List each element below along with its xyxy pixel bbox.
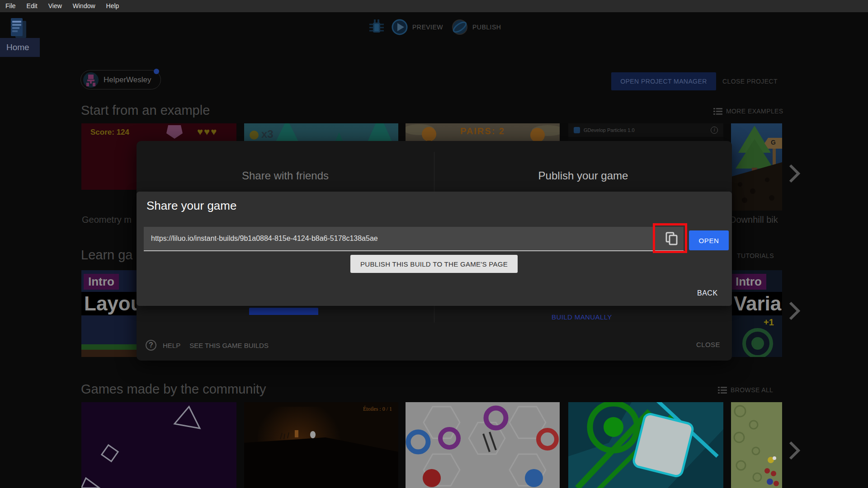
tab-home[interactable]: Home bbox=[0, 38, 40, 57]
publish-button[interactable]: PUBLISH bbox=[452, 19, 501, 35]
menu-view[interactable]: View bbox=[43, 0, 67, 12]
publish-build-label: PUBLISH THIS BUILD TO THE GAME'S PAGE bbox=[360, 260, 508, 268]
teal-map-scene bbox=[568, 402, 723, 488]
community-card-night[interactable]: Étoiles : 0 / 1 bbox=[244, 402, 398, 488]
app-window: File Edit View Window Help Home PRE bbox=[0, 0, 868, 488]
rings-scene bbox=[406, 402, 560, 488]
gdevelop-logo-icon bbox=[574, 127, 580, 133]
avatar bbox=[83, 72, 99, 88]
hearts-icons: ♥♥♥ bbox=[197, 126, 217, 138]
multiplier-text: x3 bbox=[261, 128, 274, 141]
example-card-downhill[interactable]: G bbox=[731, 123, 782, 211]
learn-card-layout[interactable]: Intro Layou bbox=[81, 270, 137, 357]
see-builds-button[interactable]: SEE THIS GAME BUILDS bbox=[189, 342, 269, 349]
community-card-teal-map[interactable] bbox=[568, 402, 723, 488]
tab-indicator bbox=[249, 308, 318, 315]
back-button[interactable]: BACK bbox=[697, 289, 718, 297]
menu-edit[interactable]: Edit bbox=[21, 0, 43, 12]
example-label-left: Geometry m bbox=[82, 215, 132, 225]
open-project-manager-label: OPEN PROJECT MANAGER bbox=[620, 78, 707, 85]
tutorials-button[interactable]: TUTORIALS bbox=[737, 252, 774, 259]
community-chevron-right-icon[interactable] bbox=[788, 441, 801, 460]
learn-chevron-right-icon[interactable] bbox=[788, 301, 801, 321]
build-manually-button[interactable]: BUILD MANUALLY bbox=[552, 313, 612, 321]
more-examples-button[interactable]: MORE EXAMPLES bbox=[713, 108, 783, 115]
close-dialog-button[interactable]: CLOSE bbox=[696, 341, 720, 348]
monster-shape bbox=[165, 123, 184, 139]
menu-bar: File Edit View Window Help bbox=[0, 0, 868, 12]
variables-word: Variab bbox=[731, 292, 782, 315]
build-url-input[interactable] bbox=[144, 235, 659, 243]
green-circles-scene bbox=[737, 325, 778, 357]
tab-share-with-friends[interactable]: Share with friends bbox=[137, 169, 434, 182]
night-scene bbox=[244, 402, 398, 488]
close-project-label: CLOSE PROJECT bbox=[722, 78, 778, 85]
learn-section-title: Learn ga bbox=[81, 248, 133, 263]
layout-word: Layou bbox=[81, 292, 137, 315]
preview-label: PREVIEW bbox=[412, 23, 443, 31]
browse-all-button[interactable]: BROWSE ALL bbox=[718, 386, 773, 394]
help-icon-glyph: ? bbox=[149, 341, 153, 349]
neon-shapes bbox=[81, 402, 236, 488]
username: HelperWesley bbox=[104, 75, 151, 84]
help-button[interactable]: HELP bbox=[163, 342, 180, 349]
publish-globe-icon bbox=[452, 19, 468, 35]
notification-dot bbox=[154, 69, 159, 74]
examples-chevron-right-icon[interactable] bbox=[788, 164, 801, 183]
examples-section-title: Start from an example bbox=[81, 103, 210, 118]
help-icon[interactable]: ? bbox=[146, 340, 156, 351]
list-icon bbox=[713, 108, 722, 115]
user-chip[interactable]: HelperWesley bbox=[80, 70, 161, 89]
tutorials-label: TUTORIALS bbox=[737, 252, 774, 259]
tab-publish-your-game[interactable]: Publish your game bbox=[434, 169, 732, 182]
open-build-button[interactable]: OPEN bbox=[689, 230, 729, 250]
intro-badge-right: Intro bbox=[731, 274, 766, 290]
sign-letter: G bbox=[771, 139, 776, 146]
menu-file[interactable]: File bbox=[0, 0, 21, 12]
publish-label: PUBLISH bbox=[472, 23, 501, 31]
annotation-red-rectangle bbox=[653, 223, 687, 253]
example-label-right: Downhill bik bbox=[730, 215, 778, 225]
preview-button[interactable]: PREVIEW bbox=[392, 19, 443, 35]
browse-all-label: BROWSE ALL bbox=[731, 386, 773, 394]
info-icon[interactable]: i bbox=[711, 127, 718, 134]
play-circle-icon bbox=[392, 19, 408, 35]
menu-help[interactable]: Help bbox=[101, 0, 125, 12]
more-examples-label: MORE EXAMPLES bbox=[726, 108, 783, 115]
publish-build-button[interactable]: PUBLISH THIS BUILD TO THE GAME'S PAGE bbox=[350, 255, 518, 273]
olive-scene bbox=[731, 402, 782, 488]
tab-home-label: Home bbox=[6, 42, 29, 52]
pairs-text: PAIRS: 2 bbox=[406, 126, 560, 136]
share-panel-title: Share your game bbox=[146, 199, 236, 213]
project-file-icon bbox=[8, 17, 27, 41]
downhill-scene bbox=[731, 123, 782, 211]
game-score-text: Score: 124 bbox=[90, 128, 129, 137]
community-card-neon[interactable] bbox=[81, 402, 236, 488]
intro-badge: Intro bbox=[84, 274, 119, 290]
particles-title: GDevelop Particles 1.0 bbox=[584, 127, 635, 133]
community-card-rings[interactable] bbox=[406, 402, 560, 488]
open-project-manager-button[interactable]: OPEN PROJECT MANAGER bbox=[611, 72, 716, 90]
community-card-olive[interactable] bbox=[731, 402, 782, 488]
build-url-field bbox=[144, 227, 684, 251]
open-build-label: OPEN bbox=[699, 237, 719, 244]
share-your-game-panel: Share your game OPEN PUBLISH THIS BUILD … bbox=[137, 192, 732, 306]
close-project-button[interactable]: CLOSE PROJECT bbox=[722, 72, 778, 90]
list-icon bbox=[718, 386, 727, 394]
stars-counter-text: Étoiles : 0 / 1 bbox=[363, 406, 392, 413]
debug-icon[interactable] bbox=[367, 18, 386, 37]
community-section-title: Games made by the community bbox=[81, 382, 266, 397]
menu-window[interactable]: Window bbox=[67, 0, 101, 12]
learn-card-variables[interactable]: Intro Variab +1 bbox=[731, 270, 782, 357]
